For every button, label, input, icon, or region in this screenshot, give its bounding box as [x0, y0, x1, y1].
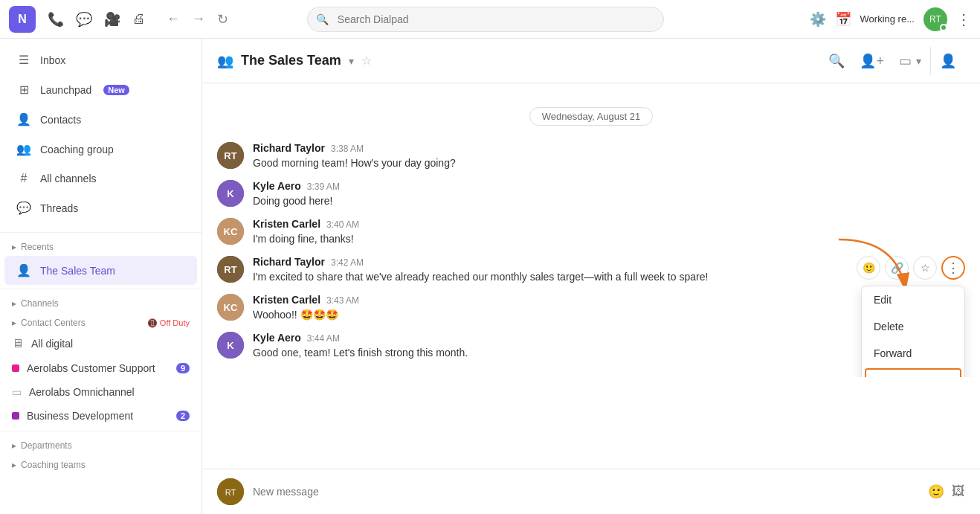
sidebar-divider-3: [0, 431, 202, 431]
message-header: Kyle Aero 3:39 AM: [253, 180, 965, 192]
emoji-picker-button[interactable]: 🙂: [928, 484, 944, 500]
settings-icon[interactable]: ⚙️: [810, 11, 826, 28]
app-logo[interactable]: N: [9, 6, 36, 33]
message-time: 3:42 AM: [331, 257, 364, 268]
message-header: Richard Taylor 3:38 AM: [253, 142, 965, 154]
message-content: Kyle Aero 3:44 AM Good one, team! Let's …: [253, 332, 965, 361]
message-content: Richard Taylor 3:42 AM I'm excited to sh…: [253, 256, 848, 285]
sidebar-section-contact-centers[interactable]: ▸ Contact Centers 📵 Off Duty: [0, 312, 202, 331]
search-messages-icon[interactable]: 🔍: [825, 50, 848, 72]
avatar: K: [217, 180, 244, 207]
unread-count-badge: 9: [176, 363, 190, 373]
contact-centers-label: Contact Centers: [21, 318, 86, 328]
message-content: Kyle Aero 3:39 AM Doing good here!: [253, 180, 965, 209]
context-menu-forward[interactable]: Forward: [862, 340, 964, 367]
sidebar-item-channels[interactable]: # All channels: [4, 164, 197, 193]
message-header: Richard Taylor 3:42 AM: [253, 256, 848, 268]
coaching-teams-label: Coaching teams: [21, 460, 86, 470]
topbar: N 📞 💬 🎥 🖨 ← → ↻ 🔍 ⚙️ 📅 Working re... RT …: [0, 0, 980, 39]
sidebar-section-departments[interactable]: ▸ Departments: [0, 434, 202, 454]
star-message-button[interactable]: ☆: [913, 256, 937, 280]
back-button[interactable]: ←: [164, 8, 183, 30]
avatar: RT: [217, 142, 244, 169]
sidebar-item-launchpad[interactable]: ⊞ Launchpad New: [4, 75, 197, 104]
inbox-icon: ☰: [16, 53, 31, 67]
add-member-icon[interactable]: 👤+: [857, 50, 887, 72]
emoji-reaction-button[interactable]: 🙂: [857, 256, 880, 280]
message-header: Kyle Aero 3:44 AM: [253, 332, 965, 344]
new-badge: New: [103, 85, 129, 95]
online-indicator: [940, 24, 947, 31]
sidebar-item-aerolabs-support[interactable]: Aerolabs Customer Support 9: [0, 356, 202, 380]
avatar-img: RT: [217, 478, 244, 505]
sidebar-item-aerolabs-omni[interactable]: ▭ Aerolabs Omnichannel: [0, 380, 202, 404]
search-input[interactable]: [307, 7, 664, 32]
phone-icon[interactable]: 📞: [48, 11, 64, 28]
group-header-icon: 👥: [217, 53, 233, 69]
video-icon[interactable]: 🎥: [104, 11, 120, 28]
sidebar-item-business-dev[interactable]: Business Development 2: [0, 404, 202, 428]
favorite-icon[interactable]: ☆: [361, 54, 372, 68]
launchpad-icon: ⊞: [16, 83, 31, 97]
messages-list: Wednesday, August 21 RT Richard Taylor 3…: [202, 83, 980, 377]
channel-label: All digital: [31, 338, 73, 350]
avatar-img: RT: [217, 142, 244, 169]
sidebar-item-sales-team[interactable]: 👤 The Sales Team: [4, 256, 197, 285]
more-message-options-button[interactable]: ⋮: [941, 256, 965, 280]
refresh-button[interactable]: ↻: [214, 8, 231, 30]
message-time: 3:40 AM: [326, 219, 359, 230]
channel-color-dot: [12, 364, 19, 372]
search-container: 🔍: [307, 7, 664, 32]
message-row: KC Kristen Carlel 3:40 AM I'm doing fine…: [217, 213, 965, 251]
message-text: Woohoo!! 🤩🤩🤩: [253, 307, 965, 323]
svg-text:RT: RT: [224, 264, 236, 275]
copy-link-button[interactable]: 🔗: [885, 256, 909, 280]
avatar-img: KC: [217, 218, 244, 245]
context-menu-edit[interactable]: Edit: [862, 286, 964, 313]
expand-view[interactable]: ▭ ▾: [896, 50, 921, 72]
channel-color-dot-2: [12, 412, 19, 420]
context-menu-copy-text[interactable]: Copy text: [865, 368, 961, 377]
date-badge: Wednesday, August 21: [529, 107, 654, 126]
sidebar-item-label: Launchpad: [40, 84, 91, 96]
channels-section-label: Channels: [21, 298, 59, 309]
sidebar-item-threads[interactable]: 💬 Threads: [4, 193, 197, 222]
message-author: Kyle Aero: [253, 180, 301, 192]
calendar-icon[interactable]: 📅: [835, 11, 851, 28]
sidebar-section-coaching-teams[interactable]: ▸ Coaching teams: [0, 454, 202, 473]
right-panel-toggle[interactable]: 👤: [930, 47, 965, 75]
message-actions: 🙂 🔗 ☆ ⋮ Edit Delete Forward Copy text: [857, 256, 965, 280]
avatar[interactable]: RT: [923, 7, 947, 31]
omni-icon: ▭: [12, 386, 22, 398]
sidebar-item-label: Coaching group: [40, 144, 114, 155]
sidebar-item-label: Inbox: [40, 54, 65, 66]
chat-icon[interactable]: 💬: [76, 11, 92, 28]
message-content: Kristen Carlel 3:40 AM I'm doing fine, t…: [253, 218, 965, 247]
message-input[interactable]: [253, 486, 919, 498]
messages-scroll-area[interactable]: Wednesday, August 21 RT Richard Taylor 3…: [202, 83, 980, 469]
channel-label: Aerolabs Customer Support: [27, 362, 155, 374]
channels-icon: #: [16, 172, 31, 185]
sidebar-item-inbox[interactable]: ☰ Inbox: [4, 45, 197, 74]
context-menu-delete[interactable]: Delete: [862, 313, 964, 340]
sidebar-item-contacts[interactable]: 👤 Contacts: [4, 105, 197, 134]
message-author: Kristen Carlel: [253, 294, 320, 306]
off-duty-badge: 📵 Off Duty: [147, 318, 190, 328]
message-row: K Kyle Aero 3:39 AM Doing good here!: [217, 176, 965, 213]
chat-title-chevron[interactable]: ▾: [349, 55, 354, 67]
departments-label: Departments: [21, 440, 72, 451]
attachment-button[interactable]: 🖼: [952, 484, 965, 500]
chat-title: The Sales Team: [241, 53, 341, 68]
more-options-icon[interactable]: ⋮: [956, 10, 971, 28]
sidebar-section-recents[interactable]: ▸ Recents: [0, 236, 202, 255]
forward-button[interactable]: →: [189, 8, 208, 30]
svg-text:RT: RT: [225, 488, 236, 497]
sidebar: ☰ Inbox ⊞ Launchpad New 👤 Contacts 👥 Coa…: [0, 39, 202, 514]
sidebar-item-all-digital[interactable]: 🖥 All digital: [0, 331, 202, 356]
message-time: 3:43 AM: [326, 295, 359, 306]
message-text: I'm doing fine, thanks!: [253, 231, 965, 247]
sidebar-item-coaching[interactable]: 👥 Coaching group: [4, 135, 197, 164]
print-icon[interactable]: 🖨: [132, 11, 146, 27]
sidebar-section-channels[interactable]: ▸ Channels: [0, 292, 202, 312]
sidebar-item-label: Contacts: [40, 114, 81, 126]
